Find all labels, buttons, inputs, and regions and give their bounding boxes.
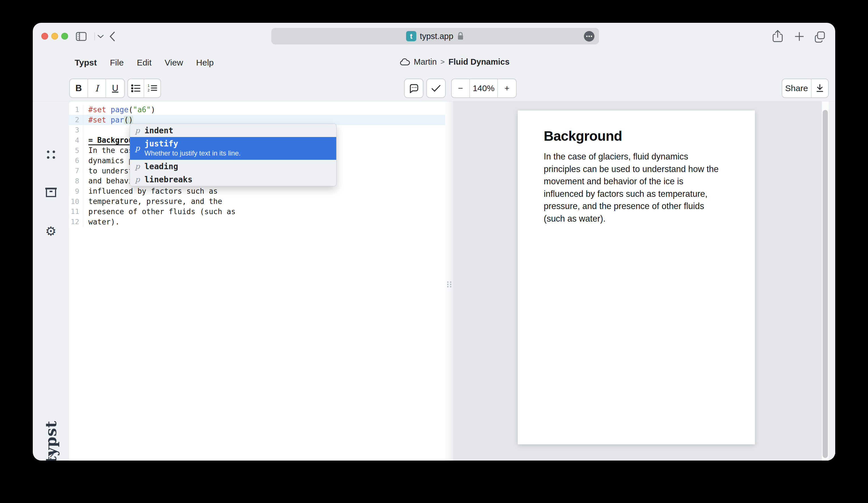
line-number: 12 xyxy=(69,217,83,227)
line-number: 8 xyxy=(69,176,83,186)
bullet-list-button[interactable] xyxy=(128,79,144,97)
tab-overview-icon[interactable] xyxy=(814,30,826,43)
app-menubar: TypstFileEditViewHelp xyxy=(75,58,214,67)
code-line[interactable]: 12water). xyxy=(69,217,445,227)
page-paragraph: In the case of glaciers, fluid dynamicsp… xyxy=(544,150,737,225)
menu-item-edit[interactable]: Edit xyxy=(137,58,152,67)
line-number: 3 xyxy=(69,125,83,135)
url-text: typst.app xyxy=(420,32,453,41)
splitter-grip-icon[interactable] xyxy=(447,281,448,283)
document-page: Background In the case of glaciers, flui… xyxy=(518,111,755,444)
new-tab-icon[interactable] xyxy=(794,31,805,42)
code-text: influenced by factors such as xyxy=(83,187,218,196)
breadcrumb-document-title[interactable]: Fluid Dynamics xyxy=(448,57,509,67)
browser-window: t typst.app Ty xyxy=(33,23,835,461)
breadcrumb-workspace[interactable]: Martin xyxy=(414,57,437,67)
preview-paragraph-line: influenced by factors such as temperatur… xyxy=(544,188,737,200)
list-style-group: 1 2 xyxy=(127,78,161,98)
typst-logo: typst xyxy=(33,409,69,461)
param-kind-icon: p xyxy=(135,144,142,153)
menu-item-help[interactable]: Help xyxy=(196,58,214,67)
numbered-list-icon: 1 2 xyxy=(148,84,157,93)
code-line[interactable]: 11presence of other fluids (such as xyxy=(69,207,445,217)
line-number: 9 xyxy=(69,186,83,196)
share-group: Share xyxy=(782,78,829,98)
zoom-control-group: − 140% + xyxy=(451,78,517,98)
autocomplete-label: justify xyxy=(144,139,240,148)
check-button[interactable] xyxy=(426,78,446,98)
menu-item-typst[interactable]: Typst xyxy=(75,58,97,67)
line-number: 2 xyxy=(69,115,83,125)
autocomplete-label: indent xyxy=(144,126,173,135)
browser-titlebar: t typst.app xyxy=(33,23,835,50)
line-number: 10 xyxy=(69,196,83,207)
back-button-icon[interactable] xyxy=(108,31,116,42)
line-number: 4 xyxy=(69,135,83,145)
comment-button[interactable] xyxy=(404,78,423,98)
code-text: water). xyxy=(83,218,120,226)
autocomplete-item-justify[interactable]: pjustifyWhether to justify text in its l… xyxy=(130,137,336,160)
code-line[interactable]: 9influenced by factors such as xyxy=(69,186,445,196)
preview-paragraph-line: In the case of glaciers, fluid dynamics xyxy=(544,150,737,163)
italic-button[interactable]: I xyxy=(88,79,106,97)
reader-options-icon[interactable] xyxy=(584,31,595,42)
numbered-list-button[interactable]: 1 2 xyxy=(144,79,161,97)
preview-paragraph-line: principles can be used to understand how… xyxy=(544,163,737,176)
zoom-out-button[interactable]: − xyxy=(452,79,470,97)
zoom-window-button[interactable] xyxy=(61,33,68,40)
preview-scrollbar-thumb[interactable] xyxy=(823,110,828,458)
app-sidebar: ⚙ ? typst xyxy=(33,102,69,461)
settings-gear-icon[interactable]: ⚙ xyxy=(33,225,69,238)
sidebar-toggle-icon[interactable] xyxy=(75,31,87,42)
underline-button[interactable]: U xyxy=(106,79,124,97)
download-icon xyxy=(816,84,824,93)
preview-paragraph-line: (such as water). xyxy=(544,212,737,225)
share-button[interactable]: Share xyxy=(782,79,812,97)
code-line[interactable]: 1#set page("a6") xyxy=(69,105,445,115)
autocomplete-label: leading xyxy=(144,162,178,171)
bullet-list-icon xyxy=(131,84,141,92)
svg-text:1: 1 xyxy=(148,84,149,88)
cloud-icon xyxy=(400,59,410,66)
breadcrumb: Martin > Fluid Dynamics xyxy=(400,57,509,67)
close-window-button[interactable] xyxy=(41,33,48,40)
page-heading: Background xyxy=(544,128,622,144)
line-number: 7 xyxy=(69,166,83,176)
line-number: 11 xyxy=(69,207,83,217)
preview-pane: Background In the case of glaciers, flui… xyxy=(453,102,835,461)
toolbar-divider xyxy=(94,32,95,40)
chevron-down-icon[interactable] xyxy=(97,34,104,39)
menu-item-file[interactable]: File xyxy=(110,58,124,67)
line-number: 6 xyxy=(69,156,83,166)
param-kind-icon: p xyxy=(135,175,142,184)
code-text: #set page("a6") xyxy=(83,105,155,114)
autocomplete-item-indent[interactable]: pindent xyxy=(130,124,336,137)
autocomplete-description: Whether to justify text in its line. xyxy=(144,149,240,157)
code-line[interactable]: 10temperature, pressure, and the xyxy=(69,196,445,207)
autocomplete-item-leading[interactable]: pleading xyxy=(130,160,336,173)
files-grid-icon[interactable] xyxy=(33,149,69,160)
zoom-in-button[interactable]: + xyxy=(498,79,516,97)
browser-share-icon[interactable] xyxy=(772,30,784,43)
breadcrumb-separator: > xyxy=(441,57,445,66)
param-kind-icon: p xyxy=(135,126,142,135)
zoom-level[interactable]: 140% xyxy=(470,79,498,97)
site-favicon: t xyxy=(406,31,416,41)
preview-paragraph-line: movement and behavior of the ice is xyxy=(544,175,737,188)
autocomplete-label: linebreaks xyxy=(144,175,193,184)
minimize-window-button[interactable] xyxy=(51,33,58,40)
preview-right-edge xyxy=(829,102,835,461)
param-kind-icon: p xyxy=(135,162,142,171)
bold-button[interactable]: B xyxy=(70,79,88,97)
line-number: 1 xyxy=(69,105,83,115)
menu-item-view[interactable]: View xyxy=(165,58,183,67)
line-number: 5 xyxy=(69,145,83,156)
pane-splitter[interactable] xyxy=(445,102,453,461)
lock-icon xyxy=(457,32,464,41)
svg-text:2: 2 xyxy=(148,88,149,92)
autocomplete-item-linebreaks[interactable]: plinebreaks xyxy=(130,173,336,186)
autocomplete-popup: pindentpjustifyWhether to justify text i… xyxy=(130,124,337,186)
address-bar[interactable]: t typst.app xyxy=(271,28,599,44)
download-button[interactable] xyxy=(812,79,828,97)
archive-box-icon[interactable] xyxy=(33,187,69,198)
